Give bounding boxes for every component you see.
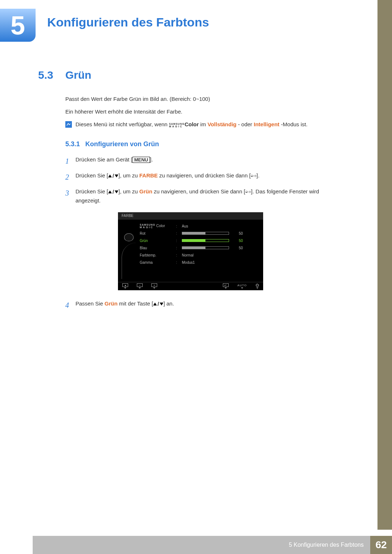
step-4: 4 Passen Sie Grün mit der Taste [/] an. [65, 299, 343, 311]
target-gruen: Grün [139, 188, 152, 194]
step-body: Passen Sie Grün mit der Taste [/] an. [75, 299, 343, 311]
note-icon [65, 121, 72, 128]
step-3: 3 Drücken Sie [/], um zu Grün zu navigie… [65, 187, 343, 205]
svg-rect-5 [246, 192, 247, 193]
osd-plus-icon: + [151, 283, 157, 289]
osd-screenshot: FARBE SAMSUNG MAGIC Color : [38, 212, 343, 290]
osd-left-decor [118, 222, 140, 279]
intro-block: Passt den Wert der Farbe Grün im Bild an… [38, 96, 343, 115]
slider-gruen [182, 239, 229, 242]
subsection-heading: 5.3.1 Konfigurieren von Grün [65, 140, 343, 148]
side-accent-bar [377, 0, 392, 530]
osd-power-icon: ⏻ [256, 283, 259, 289]
osd-row-blau: Blau : 50 [140, 244, 259, 251]
page-footer: 5 Konfigurieren des Farbtons 62 [0, 536, 392, 554]
intro-line-1: Passt den Wert der Farbe Grün im Bild an… [65, 96, 343, 102]
slider-blau [182, 246, 229, 249]
osd-row-gamma: Gamma : Modus1 [140, 259, 259, 266]
page-content: 5.3 Grün Passt den Wert der Farbe Grün i… [38, 69, 343, 315]
step-body: Drücken Sie am Gerät [MENU]. [75, 155, 343, 167]
samsung-magic-label: SAMSUNG MAGIC [169, 123, 185, 128]
step-number: 1 [65, 155, 75, 167]
note-text: Dieses Menü ist nicht verfügbar, wenn SA… [75, 121, 307, 127]
step-2: 2 Drücken Sie [/], um zu FARBE zu navigi… [65, 171, 343, 183]
svg-text:/: / [253, 175, 254, 177]
subsection-title: Konfigurieren von Grün [85, 140, 159, 148]
menu-button-label: MENU [132, 157, 150, 163]
palette-icon [124, 233, 134, 241]
section-title: Grün [65, 69, 91, 81]
svg-rect-1 [251, 176, 252, 177]
osd-auto-label: AUTO [237, 284, 247, 289]
svg-text:/: / [248, 191, 249, 193]
note-color-word: Color [184, 121, 199, 127]
select-enter-icon: / [245, 190, 251, 194]
samsung-magic-label: SAMSUNG MAGIC [140, 223, 155, 229]
osd-footer: ◂ − + ↵ AUTO ⏻ [118, 282, 263, 289]
section-number: 5.3 [38, 69, 65, 81]
chapter-title: Konfigurieren des Farbtons [47, 15, 209, 29]
step-body: Drücken Sie [/], um zu Grün zu navigiere… [75, 187, 343, 205]
step-number: 4 [65, 299, 75, 311]
osd-value-magic: Aus [182, 224, 259, 228]
footer-page-number: 62 [370, 536, 392, 554]
step-number: 3 [65, 187, 75, 205]
step-number: 2 [65, 171, 75, 183]
steps-list-cont: 4 Passen Sie Grün mit der Taste [/] an. [65, 299, 343, 311]
select-enter-icon: / [251, 174, 257, 178]
osd-row-farbtemp: Farbtemp. : Normal [140, 251, 259, 259]
osd-panel: FARBE SAMSUNG MAGIC Color : [118, 212, 263, 290]
target-farbe: FARBE [139, 172, 158, 178]
note-row: Dieses Menü ist nicht verfügbar, wenn SA… [65, 121, 343, 128]
osd-title: FARBE [118, 212, 263, 219]
osd-row-rot: Rot : 50 [140, 230, 259, 237]
note-pre: Dieses Menü ist nicht verfügbar, wenn [75, 121, 169, 127]
steps-list: 1 Drücken Sie am Gerät [MENU]. 2 Drücken… [65, 155, 343, 205]
chapter-header: 5 Konfigurieren des Farbtons [0, 8, 209, 42]
slider-rot [182, 232, 229, 235]
intro-line-2: Ein höherer Wert erhöht die Intensität d… [65, 108, 343, 115]
osd-row-magic-color: SAMSUNG MAGIC Color : Aus [140, 222, 259, 230]
up-down-keys-icon: / [153, 300, 163, 308]
footer-chapter-label: 5 Konfigurieren des Farbtons [33, 536, 370, 554]
osd-enter-icon: ↵ [223, 283, 229, 289]
target-gruen: Grün [105, 300, 118, 307]
chapter-number-tab: 5 [0, 8, 36, 42]
osd-minus-icon: − [137, 283, 143, 289]
note-mode-vollstaendig: Vollständig [208, 121, 237, 127]
subsection-number: 5.3.1 [65, 140, 80, 148]
section-heading: 5.3 Grün [38, 69, 343, 81]
up-down-keys-icon: / [108, 188, 118, 196]
curve-decor [122, 243, 136, 279]
step-body: Drücken Sie [/], um zu FARBE zu navigier… [75, 171, 343, 183]
osd-row-gruen: Grün : 50 [140, 237, 259, 244]
step-1: 1 Drücken Sie am Gerät [MENU]. [65, 155, 343, 167]
osd-back-icon: ◂ [122, 283, 128, 289]
up-down-keys-icon: / [108, 172, 118, 180]
note-mode-intelligent: Intelligent [254, 121, 279, 127]
